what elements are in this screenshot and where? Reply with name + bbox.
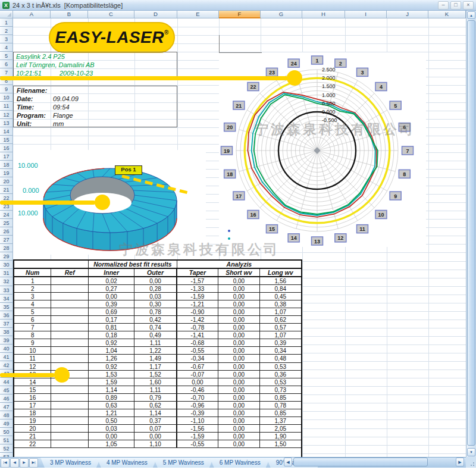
row-header-26[interactable]: 26 — [0, 227, 13, 236]
row-header-51[interactable]: 51 — [0, 436, 13, 444]
row-header-15[interactable]: 15 — [0, 136, 13, 144]
column-header-A[interactable]: A — [13, 11, 51, 18]
row-header-1[interactable]: 1 — [0, 18, 13, 27]
row-header-6[interactable]: 6 — [0, 60, 13, 68]
cell-num: 21 — [14, 433, 51, 440]
sheet-tab-6-mp-waviness[interactable]: 6 MP Waviness — [210, 458, 270, 468]
row-header-27[interactable]: 27 — [0, 236, 13, 244]
column-header-E[interactable]: E — [177, 11, 219, 18]
row-header-29[interactable]: 29 — [0, 252, 13, 261]
row-header-12[interactable]: 12 — [0, 111, 13, 119]
row-header-28[interactable]: 28 — [0, 244, 13, 252]
row-header-17[interactable]: 17 — [0, 152, 13, 161]
row-header-3[interactable]: 3 — [0, 35, 13, 43]
row-header-46[interactable]: 46 — [0, 394, 13, 403]
row-header-52[interactable]: 52 — [0, 444, 13, 453]
window-title: 24 x 3 t inÅ¥t.xls [Kompatibilitetsläge] — [12, 2, 123, 9]
prev-sheet-button[interactable]: ◀ — [10, 458, 19, 468]
flange-axis-label-bottom: 10.000 — [18, 209, 38, 217]
row-header-2[interactable]: 2 — [0, 27, 13, 35]
sheet-tab-4-mp-waviness[interactable]: 4 MP Waviness — [97, 458, 157, 468]
polar-deviation-chart[interactable]: 2.5002.0001.5001.0000.5000.000-0.5001234… — [219, 52, 426, 247]
row-header-30[interactable]: 30 — [0, 261, 13, 269]
row-header-48[interactable]: 48 — [0, 411, 13, 419]
close-button[interactable]: × — [463, 1, 474, 10]
row-header-13[interactable]: 13 — [0, 119, 13, 127]
cell-value: 0,57 — [260, 324, 301, 331]
sheet-tab-5-mp-waviness[interactable]: 5 MP Waviness — [154, 458, 214, 468]
cell-value: -1,59 — [177, 293, 218, 300]
last-sheet-button[interactable]: ▶| — [29, 458, 38, 468]
row-header-41[interactable]: 41 — [0, 353, 13, 361]
row-header-18[interactable]: 18 — [0, 161, 13, 169]
column-header-D[interactable]: D — [134, 11, 177, 18]
cell-value: 0,00 — [218, 433, 259, 440]
select-all-corner[interactable] — [0, 11, 13, 18]
scroll-up-icon[interactable]: ▲ — [467, 11, 475, 19]
column-header-C[interactable]: C — [88, 11, 134, 18]
row-header-4[interactable]: 4 — [0, 43, 13, 52]
row-header-37[interactable]: 37 — [0, 320, 13, 328]
row-header-34[interactable]: 34 — [0, 295, 13, 303]
svg-text:15: 15 — [269, 226, 275, 232]
cell-value — [51, 386, 88, 393]
first-sheet-button[interactable]: |◀ — [1, 458, 10, 468]
vertical-scroll-thumb[interactable] — [467, 20, 475, 446]
column-header-B[interactable]: B — [51, 11, 88, 18]
row-header-44[interactable]: 44 — [0, 378, 13, 386]
row-header-9[interactable]: 9 — [0, 85, 13, 93]
cell-value: 0,00 — [218, 285, 259, 292]
column-header-F[interactable]: F — [219, 11, 261, 18]
vertical-scrollbar[interactable]: ▲ ▼ — [466, 11, 476, 458]
next-sheet-button[interactable]: ▶ — [20, 458, 29, 468]
row-header-14[interactable]: 14 — [0, 127, 13, 136]
row-header-49[interactable]: 49 — [0, 419, 13, 428]
table-row: 10,020,00-1,570,001,56 — [14, 277, 301, 285]
cell-num: 12 — [14, 363, 51, 370]
row-header-24[interactable]: 24 — [0, 211, 13, 219]
column-header-K[interactable]: K — [428, 11, 466, 18]
column-header-H[interactable]: H — [302, 11, 345, 18]
cell-value: -0,55 — [177, 347, 218, 354]
row-header-47[interactable]: 47 — [0, 403, 13, 411]
row-header-38[interactable]: 38 — [0, 328, 13, 336]
cell-value: 0,00 — [218, 371, 259, 378]
minimize-button[interactable]: – — [438, 1, 449, 10]
row-header-33[interactable]: 33 — [0, 286, 13, 295]
row-header-35[interactable]: 35 — [0, 303, 13, 311]
column-header-I[interactable]: I — [345, 11, 387, 18]
horizontal-scroll-thumb[interactable] — [293, 458, 428, 466]
row-header-10[interactable]: 10 — [0, 93, 13, 102]
restore-button[interactable]: □ — [450, 1, 461, 10]
column-header-J[interactable]: J — [387, 11, 428, 18]
table-column-header-row: NumRefInnerOuterTaperShort wvLong wv — [14, 269, 301, 277]
cell-value: 1,60 — [134, 378, 177, 386]
row-header-19[interactable]: 19 — [0, 169, 13, 177]
scroll-left-icon[interactable]: ◀ — [284, 458, 292, 466]
row-header-21[interactable]: 21 — [0, 186, 13, 194]
row-header-50[interactable]: 50 — [0, 428, 13, 436]
scroll-down-icon[interactable]: ▼ — [467, 448, 475, 456]
row-header-45[interactable]: 45 — [0, 386, 13, 394]
horizontal-scrollbar[interactable]: ◀ ▶ — [284, 458, 466, 467]
column-header-taper: Taper — [177, 269, 218, 276]
table-row: 80,180,49-1,410,001,07 — [14, 331, 301, 339]
row-header-39[interactable]: 39 — [0, 336, 13, 345]
row-header-40[interactable]: 40 — [0, 345, 13, 353]
cell-value: 0,48 — [260, 355, 301, 362]
sheet-tab-3-mp-waviness[interactable]: 3 MP Waviness — [40, 458, 101, 468]
cell-value: 1,04 — [89, 347, 134, 354]
row-header-5[interactable]: 5 — [0, 52, 13, 60]
row-header-11[interactable]: 11 — [0, 102, 13, 110]
row-header-25[interactable]: 25 — [0, 219, 13, 227]
row-header-32[interactable]: 32 — [0, 277, 13, 286]
author-line: Leif Törngren, Damalini AB — [14, 61, 177, 69]
scroll-right-icon[interactable]: ▶ — [456, 458, 464, 466]
row-header-16[interactable]: 16 — [0, 144, 13, 152]
window-resize-grip[interactable] — [466, 457, 476, 468]
column-header-G[interactable]: G — [261, 11, 302, 18]
row-header-42[interactable]: 42 — [0, 361, 13, 369]
row-header-36[interactable]: 36 — [0, 311, 13, 320]
row-header-20[interactable]: 20 — [0, 177, 13, 186]
row-header-31[interactable]: 31 — [0, 269, 13, 277]
